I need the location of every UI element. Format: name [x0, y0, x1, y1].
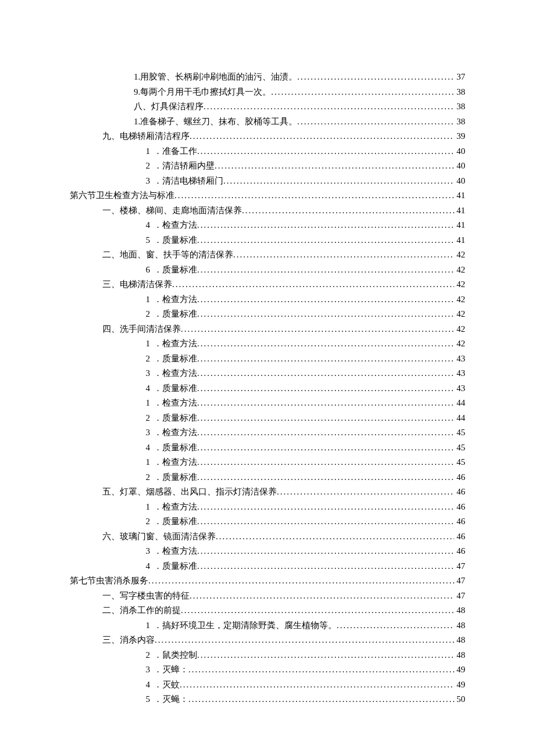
toc-list: 1.用胶管、长柄刷冲刷地面的油污、油渍。379.每两个月用干毛巾擦拭灯具一次。3… [70, 70, 465, 707]
toc-entry: 4．灭蚊49 [70, 678, 465, 693]
toc-entry-number: 3 [134, 425, 154, 440]
toc-dot-leader [197, 648, 454, 663]
toc-entry-label: 二、地面、窗、扶手等的清洁保养 [102, 248, 233, 263]
toc-dot-leader [190, 589, 454, 604]
toc-entry: 3．清洁电梯轿厢门40 [70, 174, 465, 189]
toc-entry-number: 2 [134, 648, 154, 663]
toc-entry-page: 42 [454, 292, 465, 307]
toc-dot-leader [181, 603, 454, 618]
toc-entry-number: 2 [134, 159, 154, 174]
toc-entry-number: 4 [134, 218, 154, 233]
toc-page: 1.用胶管、长柄刷冲刷地面的油污、油渍。379.每两个月用干毛巾擦拭灯具一次。3… [0, 0, 535, 742]
toc-dot-leader [180, 678, 454, 693]
toc-entry-number: 4 [134, 678, 154, 693]
toc-entry-number: 2 [134, 411, 154, 426]
toc-entry-page: 38 [454, 114, 465, 130]
toc-entry: 4．质量标准43 [70, 381, 465, 396]
toc-entry-page: 48 [454, 603, 465, 618]
toc-entry-label: 9.每两个月用干毛巾擦拭灯具一次。 [134, 85, 271, 100]
toc-entry-label: 五、灯罩、烟感器、出风口、指示灯清洁保养 [102, 485, 277, 500]
toc-entry-label: ．搞好环境卫生，定期清除野粪、腐生植物等。 [154, 618, 337, 633]
toc-entry: 3．检查方法46 [70, 544, 465, 559]
toc-entry: 3．检查方法43 [70, 366, 465, 381]
toc-entry-page: 48 [454, 648, 465, 663]
toc-entry-page: 42 [454, 322, 465, 337]
toc-entry-number: 5 [134, 692, 154, 707]
toc-entry-number: 1 [134, 455, 154, 470]
toc-entry: 3．灭蟑：49 [70, 662, 465, 678]
toc-entry: 五、灯罩、烟感器、出风口、指示灯清洁保养46 [70, 485, 465, 500]
toc-entry-page: 42 [454, 307, 465, 322]
toc-entry: 一、写字楼虫害的特征47 [70, 589, 465, 604]
toc-dot-leader [216, 529, 454, 544]
toc-dot-leader [197, 263, 454, 278]
toc-entry: 2．质量标准46 [70, 470, 465, 485]
toc-entry: 1．检查方法42 [70, 292, 465, 307]
toc-entry-page: 41 [454, 188, 465, 203]
toc-dot-leader [197, 425, 454, 440]
toc-entry: 1.准备梯子、螺丝刀、抹布、胶桶等工具。38 [70, 114, 465, 130]
toc-entry-label: ．清洁轿厢内壁 [154, 159, 215, 174]
toc-entry: 1.用胶管、长柄刷冲刷地面的油污、油渍。37 [70, 70, 465, 85]
toc-entry-label: ．灭蝇： [154, 692, 188, 707]
toc-entry: 9.每两个月用干毛巾擦拭灯具一次。38 [70, 85, 465, 100]
toc-dot-leader [181, 322, 454, 337]
toc-entry-label: ．质量标准 [154, 559, 197, 574]
toc-entry-page: 42 [454, 263, 465, 278]
toc-entry-page: 37 [454, 70, 465, 85]
toc-entry-page: 45 [454, 425, 465, 440]
toc-entry-page: 50 [454, 692, 465, 707]
toc-entry-page: 49 [454, 678, 465, 693]
toc-entry-label: ．灭蟑： [154, 662, 188, 678]
toc-entry-label: 六、玻璃门窗、镜面清洁保养 [102, 529, 216, 544]
toc-dot-leader [148, 574, 454, 589]
toc-entry-page: 41 [454, 218, 465, 233]
toc-entry-page: 47 [454, 574, 465, 589]
toc-entry-page: 40 [454, 159, 465, 174]
toc-entry: 二、地面、窗、扶手等的清洁保养42 [70, 248, 465, 263]
toc-entry-number: 1 [134, 396, 154, 411]
toc-entry-page: 44 [454, 411, 465, 426]
toc-entry-label: ．检查方法 [154, 218, 197, 233]
toc-entry-label: ．质量标准 [154, 381, 197, 396]
toc-dot-leader [271, 85, 454, 100]
toc-entry-page: 45 [454, 440, 465, 456]
toc-entry-label: ．质量标准 [154, 307, 197, 322]
toc-entry-label: 三、电梯清洁保养 [102, 277, 172, 292]
toc-entry-number: 1 [134, 618, 154, 633]
toc-entry-page: 49 [454, 662, 465, 678]
toc-entry-label: 九、电梯轿厢清洁程序 [102, 129, 190, 144]
toc-entry-page: 46 [454, 544, 465, 559]
toc-entry-number: 4 [134, 440, 154, 456]
toc-entry-number: 1 [134, 144, 154, 159]
toc-entry-number: 4 [134, 381, 154, 396]
toc-entry-page: 46 [454, 500, 465, 515]
toc-dot-leader [197, 440, 454, 456]
toc-entry-page: 43 [454, 352, 465, 367]
toc-dot-leader [223, 174, 454, 189]
toc-dot-leader [197, 381, 454, 396]
toc-entry-page: 42 [454, 277, 465, 292]
toc-entry-page: 48 [454, 618, 465, 633]
toc-entry-page: 44 [454, 396, 465, 411]
toc-entry: 4．质量标准45 [70, 440, 465, 456]
toc-entry-label: 二、消杀工作的前提 [102, 603, 181, 618]
toc-entry-label: ．检查方法 [154, 396, 197, 411]
toc-dot-leader [197, 500, 454, 515]
toc-entry-label: ．检查方法 [154, 425, 197, 440]
toc-entry-number: 5 [134, 233, 154, 248]
toc-entry: 2．质量标准44 [70, 411, 465, 426]
toc-entry: 2．清洁轿厢内壁40 [70, 159, 465, 174]
toc-entry: 4．检查方法41 [70, 218, 465, 233]
toc-entry-page: 40 [454, 174, 465, 189]
toc-entry-label: ．质量标准 [154, 440, 197, 456]
toc-entry-label: ．质量标准 [154, 470, 197, 485]
toc-dot-leader [190, 129, 454, 144]
toc-dot-leader [197, 559, 454, 574]
toc-entry-label: 八、灯具保洁程序 [134, 99, 204, 114]
toc-entry-number: 6 [134, 263, 154, 278]
toc-entry-label: ．检查方法 [154, 366, 197, 381]
toc-dot-leader [204, 99, 454, 114]
toc-entry: 5．质量标准41 [70, 233, 465, 248]
toc-dot-leader [197, 470, 454, 485]
